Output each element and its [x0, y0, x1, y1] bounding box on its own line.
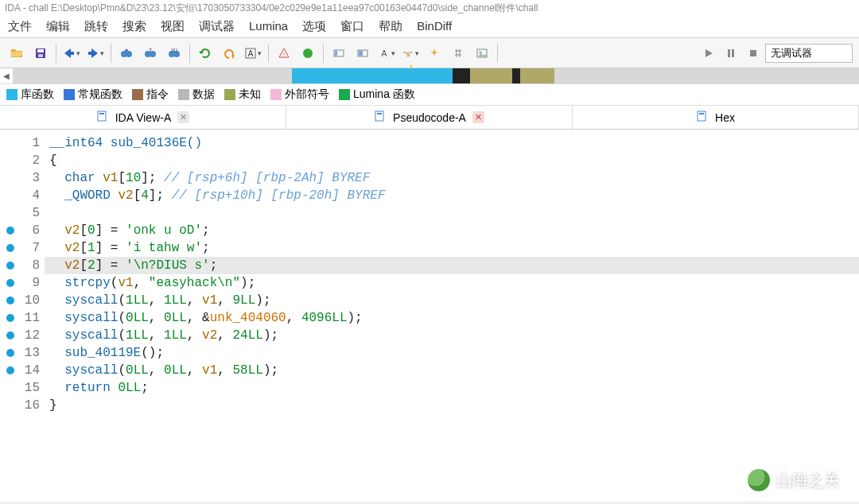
- line-number[interactable]: 4: [14, 187, 40, 204]
- line-number[interactable]: 7: [14, 239, 40, 257]
- line-number[interactable]: 16: [14, 397, 40, 414]
- code-line-4[interactable]: _QWORD v2[4]; // [rsp+10h] [rbp-20h] BYR…: [45, 187, 859, 204]
- line-number[interactable]: 1: [14, 134, 40, 152]
- nav-track[interactable]: [13, 68, 859, 83]
- token-comment: // [rsp+6h] [rbp-2Ah] BYREF: [164, 171, 370, 185]
- line-number[interactable]: 15: [14, 379, 40, 397]
- close-icon[interactable]: ✕: [177, 111, 189, 123]
- sparkle-icon[interactable]: [424, 43, 445, 64]
- font-icon[interactable]: A▾: [376, 43, 397, 64]
- code-line-6[interactable]: v2[0] = 'onk u oD';: [45, 222, 859, 239]
- line-number[interactable]: 8: [14, 257, 40, 274]
- pseudocode-view[interactable]: 12345678910111213141516 __int64 sub_4013…: [0, 130, 859, 502]
- line-number[interactable]: 12: [14, 327, 40, 344]
- code-line-2[interactable]: {: [45, 152, 859, 169]
- token-ident: v2: [64, 223, 80, 238]
- nav-segment[interactable]: [512, 68, 521, 83]
- nav-segment[interactable]: [292, 68, 309, 83]
- code-line-1[interactable]: __int64 sub_40136E(): [45, 134, 859, 152]
- code-line-13[interactable]: sub_40119E();: [45, 344, 859, 362]
- menu-窗口[interactable]: 窗口: [340, 19, 364, 34]
- arrow-right-icon[interactable]: ▾: [85, 43, 106, 64]
- token-plain: [49, 381, 64, 395]
- binoculars-hex-icon[interactable]: 101: [164, 43, 185, 64]
- menu-视图[interactable]: 视图: [161, 19, 185, 34]
- menu-文件[interactable]: 文件: [8, 19, 32, 34]
- code-line-12[interactable]: syscall(1LL, 1LL, v2, 24LL);: [45, 327, 859, 344]
- nav-segment[interactable]: [309, 68, 453, 83]
- segment2-icon[interactable]: [352, 43, 373, 64]
- token-plain: ,: [149, 293, 164, 308]
- line-number[interactable]: 6: [14, 222, 40, 239]
- refresh-icon[interactable]: [195, 43, 216, 64]
- token-plain: [49, 328, 64, 343]
- svg-text:A: A: [248, 49, 254, 58]
- code-line-7[interactable]: v2[1] = 'i tahw w';: [45, 239, 859, 257]
- legend-指令: 指令: [132, 87, 169, 102]
- token-plain: [49, 188, 64, 203]
- menu-跳转[interactable]: 跳转: [84, 19, 108, 34]
- tab-ida-view-a[interactable]: IDA View-A✕: [0, 106, 286, 129]
- line-number[interactable]: 5: [14, 204, 40, 222]
- code-line-14[interactable]: syscall(0LL, 0LL, v1, 58LL);: [45, 362, 859, 379]
- code-line-3[interactable]: char v1[10]; // [rsp+6h] [rbp-2Ah] BYREF: [45, 169, 859, 187]
- undo-icon[interactable]: [219, 43, 239, 64]
- nav-segment[interactable]: [13, 68, 292, 83]
- token-type: __int64: [49, 136, 111, 150]
- token-plain: (: [111, 276, 119, 290]
- svg-rect-1: [37, 49, 44, 52]
- nav-segment[interactable]: [554, 68, 605, 83]
- menu-调试器[interactable]: 调试器: [199, 19, 235, 34]
- nav-segment[interactable]: [520, 68, 554, 83]
- nav-segment[interactable]: [470, 68, 512, 83]
- line-number[interactable]: 11: [14, 309, 40, 327]
- tab-pseudocode-a[interactable]: Pseudocode-A✕: [286, 106, 573, 129]
- token-plain: ];: [141, 171, 164, 185]
- nav-scroll-left[interactable]: ◀: [0, 68, 13, 83]
- nav-segment[interactable]: [605, 68, 859, 83]
- warning-icon[interactable]: !: [274, 43, 294, 64]
- navigation-band[interactable]: ◀: [0, 68, 859, 84]
- code-line-5[interactable]: [45, 204, 859, 222]
- line-number[interactable]: 14: [14, 362, 40, 379]
- save-icon[interactable]: [30, 43, 51, 64]
- run-icon[interactable]: [297, 43, 318, 64]
- menu-选项[interactable]: 选项: [302, 19, 326, 34]
- segment-icon[interactable]: [328, 43, 349, 64]
- line-number[interactable]: 9: [14, 274, 40, 292]
- menu-帮助[interactable]: 帮助: [379, 19, 402, 34]
- arrow-left-icon[interactable]: ▾: [61, 43, 82, 64]
- binoculars-text-icon[interactable]: T: [140, 43, 161, 64]
- code-line-8[interactable]: v2[2] = '\n?DIUS s';: [45, 257, 859, 274]
- code-line-16[interactable]: }: [45, 397, 859, 414]
- code-line-15[interactable]: return 0LL;: [45, 379, 859, 397]
- code-line-10[interactable]: syscall(1LL, 1LL, v1, 9LL);: [45, 292, 859, 309]
- token-func: syscall: [64, 328, 118, 343]
- token-func: sub_40119E: [64, 346, 141, 360]
- nav-segment[interactable]: [453, 68, 469, 83]
- image-icon[interactable]: [472, 43, 492, 64]
- menu-BinDiff[interactable]: BinDiff: [417, 19, 452, 34]
- line-number[interactable]: 2: [14, 152, 40, 169]
- menu-搜索[interactable]: 搜索: [122, 19, 146, 34]
- play-icon[interactable]: [698, 43, 719, 64]
- code-line-11[interactable]: syscall(0LL, 0LL, &unk_404060, 4096LL);: [45, 309, 859, 327]
- folder-open-icon[interactable]: [6, 43, 27, 64]
- text-frame-icon[interactable]: A▾: [243, 43, 263, 64]
- line-number[interactable]: 13: [14, 344, 40, 362]
- menu-Lumina[interactable]: Lumina: [249, 19, 288, 34]
- code-line-9[interactable]: strcpy(v1, "easyhack\n");: [45, 274, 859, 292]
- hash-icon[interactable]: [448, 43, 468, 64]
- line-number[interactable]: 3: [14, 169, 40, 187]
- stop-icon[interactable]: [743, 43, 764, 64]
- tab-hex[interactable]: Hex: [573, 106, 859, 129]
- code-lines[interactable]: __int64 sub_40136E(){ char v1[10]; // [r…: [45, 130, 859, 502]
- binoculars-icon[interactable]: [116, 43, 137, 64]
- string-icon[interactable]: "s"▾: [400, 43, 421, 64]
- debugger-select[interactable]: [765, 44, 853, 63]
- pause-icon[interactable]: [721, 43, 741, 64]
- close-icon[interactable]: ✕: [472, 111, 484, 123]
- menu-编辑[interactable]: 编辑: [46, 19, 70, 34]
- line-number[interactable]: 10: [14, 292, 40, 309]
- svg-point-15: [303, 48, 313, 58]
